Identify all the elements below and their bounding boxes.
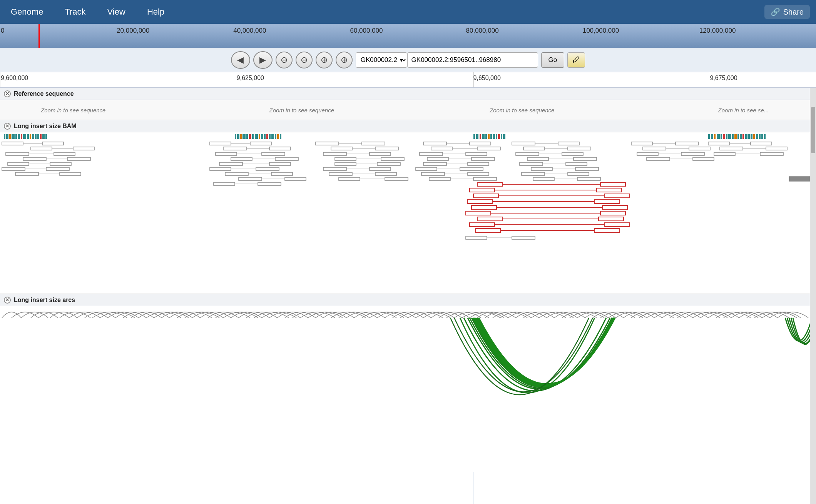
svg-rect-222 [562, 152, 583, 155]
svg-rect-2 [9, 134, 11, 139]
svg-rect-235 [533, 177, 554, 180]
menu-track[interactable]: Track [60, 4, 90, 20]
reference-track-content: Zoom in to see sequence Zoom in to see s… [0, 100, 816, 120]
svg-rect-37 [485, 134, 487, 139]
svg-rect-12 [37, 134, 39, 139]
svg-rect-177 [385, 177, 408, 180]
svg-rect-229 [531, 167, 552, 170]
svg-rect-10 [32, 134, 34, 139]
svg-rect-114 [477, 182, 502, 186]
svg-rect-38 [488, 134, 490, 139]
svg-rect-138 [475, 229, 500, 232]
svg-rect-4 [15, 134, 17, 139]
svg-rect-3 [12, 134, 15, 139]
svg-rect-13 [40, 134, 42, 139]
svg-rect-8 [27, 134, 29, 139]
svg-rect-22 [252, 134, 254, 139]
svg-rect-48 [717, 134, 720, 139]
svg-rect-29 [271, 134, 274, 139]
arcs-track-content[interactable] [0, 306, 816, 472]
navigation-bar: ◀ ▶ ⊖ ⊖ ⊕ ⊕ GK000002.2 ▼ Go 🖊 [0, 48, 816, 72]
svg-rect-208 [637, 152, 658, 155]
highlight-button[interactable]: 🖊 [567, 52, 585, 68]
svg-rect-205 [643, 147, 666, 150]
go-button[interactable]: Go [541, 52, 565, 68]
zoom-in-large-icon: ⊕ [341, 55, 348, 65]
zoom-in-small-button[interactable]: ⊕ [316, 52, 333, 68]
zoom-out-small-button[interactable]: ⊖ [296, 52, 313, 68]
svg-rect-50 [723, 134, 725, 139]
vertical-scrollbar[interactable] [810, 88, 816, 504]
svg-rect-111 [214, 182, 235, 185]
svg-rect-33 [473, 134, 475, 139]
back-button[interactable]: ◀ [231, 51, 250, 69]
svg-rect-63 [759, 134, 761, 139]
svg-rect-60 [751, 134, 752, 139]
svg-rect-168 [377, 162, 400, 165]
svg-rect-89 [250, 142, 271, 145]
svg-rect-62 [756, 134, 758, 139]
reference-close-button[interactable]: ✕ [4, 90, 11, 97]
svg-rect-51 [726, 134, 727, 139]
bam-track-label: Long insert size BAM [14, 123, 77, 130]
svg-rect-175 [339, 177, 360, 180]
svg-rect-152 [760, 152, 783, 155]
svg-rect-214 [512, 142, 535, 145]
arcs-close-button[interactable]: ✕ [4, 297, 11, 304]
svg-rect-31 [277, 134, 279, 139]
menu-view[interactable]: View [103, 4, 130, 20]
svg-rect-69 [31, 147, 52, 150]
svg-rect-14 [42, 134, 45, 139]
chr-tick-100m: 100,000,000 [583, 27, 619, 35]
zoom-out-large-button[interactable]: ⊖ [276, 52, 293, 68]
svg-rect-140 [595, 229, 620, 232]
svg-rect-36 [482, 134, 485, 139]
svg-rect-195 [460, 167, 483, 170]
bam-track-content[interactable] [0, 132, 816, 294]
svg-rect-119 [597, 188, 622, 192]
svg-rect-64 [761, 134, 763, 139]
svg-rect-45 [708, 134, 710, 139]
svg-rect-146 [751, 142, 772, 145]
arcs-track-svg [0, 306, 816, 472]
location-input[interactable] [407, 52, 538, 68]
svg-rect-54 [734, 134, 737, 139]
bam-section: ✕ Long insert size BAM [0, 120, 816, 294]
svg-rect-225 [574, 157, 597, 160]
svg-rect-213 [693, 157, 714, 160]
chromosome-select[interactable]: GK000002.2 [356, 52, 407, 68]
chr-tick-80m: 80,000,000 [466, 27, 499, 35]
svg-rect-66 [2, 142, 23, 145]
svg-rect-123 [468, 200, 493, 204]
bam-close-button[interactable]: ✕ [4, 123, 11, 130]
svg-rect-157 [331, 147, 352, 150]
svg-rect-98 [275, 157, 298, 160]
svg-rect-19 [242, 134, 246, 139]
svg-rect-143 [512, 236, 535, 239]
svg-rect-210 [681, 152, 704, 155]
svg-rect-77 [67, 157, 90, 160]
svg-rect-166 [335, 162, 356, 165]
svg-rect-150 [714, 152, 735, 155]
svg-rect-49 [721, 134, 722, 139]
svg-rect-211 [647, 157, 670, 160]
chr-tick-120m: 120,000,000 [699, 27, 736, 35]
svg-rect-116 [600, 182, 625, 186]
zoom-in-large-button[interactable]: ⊕ [336, 52, 353, 68]
forward-button[interactable]: ▶ [253, 51, 273, 69]
share-label: Share [783, 8, 804, 17]
svg-rect-1 [6, 134, 8, 139]
chr-tick-40m: 40,000,000 [233, 27, 266, 35]
svg-rect-53 [732, 134, 734, 139]
svg-rect-46 [711, 134, 713, 139]
scrollbar-thumb[interactable] [811, 107, 815, 153]
svg-rect-102 [210, 167, 231, 170]
menu-genome[interactable]: Genome [6, 4, 48, 20]
svg-rect-57 [742, 134, 744, 139]
menu-help[interactable]: Help [142, 4, 169, 20]
svg-rect-92 [269, 147, 291, 150]
share-button[interactable]: 🔗 Share [764, 5, 810, 19]
svg-rect-18 [240, 134, 242, 139]
chromosome-overview[interactable]: 0 20,000,000 40,000,000 60,000,000 80,00… [0, 24, 816, 48]
ruler-tick-9675k: 9,675,000 [710, 75, 737, 82]
